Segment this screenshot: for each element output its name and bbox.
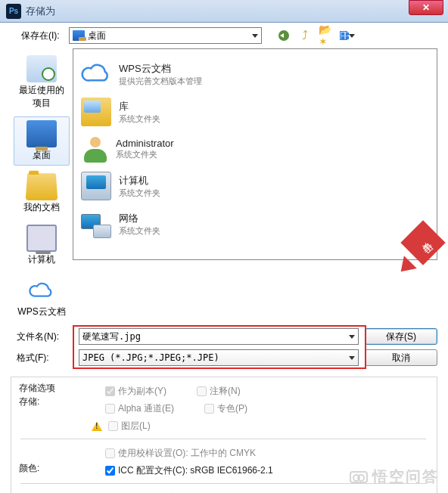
places-sidebar: 最近使用的项目 桌面 我的文档 计算机 WPS云文档	[11, 48, 73, 322]
documents-icon	[26, 173, 58, 200]
item-name: 计算机	[119, 174, 160, 188]
sidebar-item-label: 最近使用的项目	[16, 84, 67, 110]
item-sub: 提供完善文档版本管理	[119, 76, 202, 87]
tutorial-callout: 单击	[401, 227, 439, 265]
sidebar-item-wpscloud[interactable]: WPS云文档	[14, 273, 70, 322]
separator	[20, 439, 426, 439]
chevron-down-icon	[349, 356, 355, 360]
cloud-icon	[81, 60, 111, 88]
sidebar-item-label: 我的文档	[23, 201, 60, 214]
sidebar-item-label: WPS云文档	[17, 305, 65, 318]
desktop-icon	[26, 120, 57, 147]
icc-checkbox[interactable]: ICC 配置文件(C): sRGB IEC61966-2.1	[105, 464, 273, 477]
titlebar: Ps 存储为 ✕	[0, 0, 448, 23]
item-sub: 系统文件夹	[116, 149, 174, 160]
format-value: JPEG (*.JPG;*.JPEG;*.JPE)	[82, 352, 219, 363]
library-icon	[81, 98, 111, 126]
options-group-label: 存储选项	[19, 382, 55, 395]
back-button[interactable]	[275, 27, 292, 44]
checkbox-label: 图层(L)	[121, 420, 151, 433]
list-item[interactable]: WPS云文档提供完善文档版本管理	[81, 55, 429, 93]
list-item[interactable]: Administrator系统文件夹	[81, 131, 429, 167]
item-sub: 系统文件夹	[119, 113, 160, 125]
filename-label: 文件名(N):	[11, 330, 73, 343]
sidebar-item-computer[interactable]: 计算机	[14, 221, 70, 270]
checkbox-label: ICC 配置文件(C): sRGB IEC61966-2.1	[118, 464, 273, 477]
color-sublabel: 颜色:	[19, 462, 39, 475]
checkbox-label: Alpha 通道(E)	[118, 402, 174, 415]
window-title: 存储为	[26, 5, 409, 18]
item-name: 网络	[119, 212, 160, 225]
notes-checkbox[interactable]: 注释(N)	[197, 385, 241, 398]
location-bar: 保存在(I): 桌面 ⤴ 📂✶	[0, 23, 448, 48]
sidebar-item-desktop[interactable]: 桌面	[14, 116, 70, 166]
view-mode-button[interactable]	[339, 27, 356, 44]
save-as-dialog: Ps 存储为 ✕ 保存在(I): 桌面 ⤴ 📂✶ 最近使用的项目 桌面	[0, 0, 448, 493]
app-icon: Ps	[6, 4, 21, 19]
filename-input[interactable]: 硬笔速写.jpg	[79, 328, 359, 345]
format-dropdown[interactable]: JPEG (*.JPG;*.JPEG;*.JPE)	[79, 349, 359, 366]
chevron-down-icon	[349, 34, 355, 38]
user-icon	[81, 135, 108, 163]
save-button[interactable]: 保存(S)	[365, 328, 437, 345]
sidebar-item-label: 桌面	[33, 149, 51, 162]
as-copy-checkbox[interactable]: 作为副本(Y)	[105, 385, 166, 398]
warning-icon	[92, 421, 102, 431]
chevron-down-icon	[349, 335, 355, 339]
cloud-icon	[26, 277, 57, 304]
checkbox-label: 使用校样设置(O): 工作中的 CMYK	[118, 447, 256, 460]
proof-checkbox[interactable]: 使用校样设置(O): 工作中的 CMYK	[105, 447, 256, 460]
back-icon	[278, 30, 289, 41]
alpha-checkbox[interactable]: Alpha 通道(E)	[105, 402, 174, 415]
save-in-label: 保存在(I):	[21, 29, 60, 42]
up-button[interactable]: ⤴	[297, 27, 313, 44]
sidebar-item-recent[interactable]: 最近使用的项目	[14, 51, 70, 113]
list-item[interactable]: 计算机系统文件夹	[81, 167, 429, 205]
computer-icon	[81, 172, 111, 200]
sidebar-item-documents[interactable]: 我的文档	[14, 169, 70, 218]
spot-checkbox[interactable]: 专色(P)	[204, 402, 247, 415]
checkbox-label: 作为副本(Y)	[118, 385, 166, 398]
item-sub: 系统文件夹	[119, 225, 160, 237]
close-button[interactable]: ✕	[409, 0, 443, 15]
cancel-button[interactable]: 取消	[365, 349, 437, 366]
checkbox-label: 注释(N)	[210, 385, 241, 398]
chevron-down-icon	[252, 34, 258, 38]
filename-value: 硬笔速写.jpg	[82, 330, 141, 343]
save-sublabel: 存储:	[19, 395, 39, 408]
file-list[interactable]: WPS云文档提供完善文档版本管理 库系统文件夹 Administrator系统文…	[73, 48, 437, 260]
new-folder-icon: 📂✶	[319, 23, 334, 48]
checkbox-label: 专色(P)	[217, 402, 247, 415]
separator	[20, 483, 426, 484]
desktop-icon	[73, 30, 85, 41]
format-label: 格式(F):	[11, 352, 73, 364]
computer-icon	[26, 225, 57, 252]
location-dropdown[interactable]: 桌面	[69, 27, 262, 44]
up-icon: ⤴	[302, 29, 308, 42]
network-icon	[81, 209, 111, 238]
item-name: Administrator	[116, 138, 174, 149]
item-name: WPS云文档	[119, 62, 202, 76]
recent-icon	[26, 55, 57, 82]
new-folder-button[interactable]: 📂✶	[318, 27, 334, 44]
location-value: 桌面	[88, 29, 249, 42]
sidebar-item-label: 计算机	[28, 253, 55, 266]
item-name: 库	[119, 100, 160, 113]
item-sub: 系统文件夹	[119, 188, 160, 199]
view-icon	[340, 31, 347, 40]
layers-checkbox[interactable]: 图层(L)	[108, 420, 151, 433]
list-item[interactable]: 库系统文件夹	[81, 93, 429, 131]
save-options-panel: 存储选项 存储: 作为副本(Y) 注释(N) Alpha 通道(E) 专色(P)…	[11, 377, 437, 493]
list-item[interactable]: 网络系统文件夹	[81, 205, 429, 243]
